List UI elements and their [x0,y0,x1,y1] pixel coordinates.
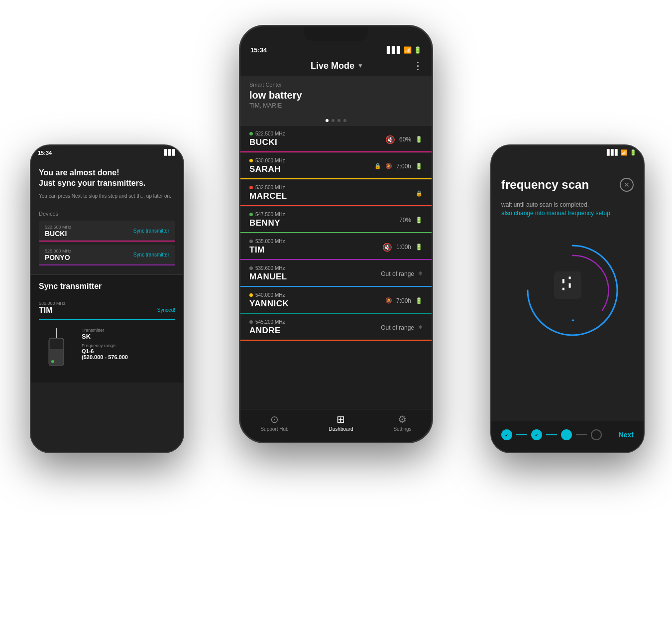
bucki-battery-pct: 60% [399,136,411,143]
benny-meta: 70% 🔋 [399,217,423,224]
nav-dashboard[interactable]: ⊞ Dashboard [329,414,353,432]
dot-1 [326,119,329,122]
manuel-meta: Out of range ✱ [381,270,423,277]
device-row-manuel[interactable]: 539.600 MHz MANUEL Out of range ✱ [240,260,432,287]
devices-section: Devices 522.500 MHz BUCKI Sync transmitt… [31,205,183,274]
setup-title: You are almost done!Just sync your trans… [39,168,175,189]
sync-transmitter-btn-ponyo[interactable]: Sync transmitter [133,252,169,257]
sarah-status-dot [249,159,253,162]
setup-text-section: You are almost done!Just sync your trans… [31,158,183,205]
right-signal-icon: ▋▋▋ [607,149,619,156]
device-sync-row-ponyo[interactable]: 525.000 MHz PONYO Sync transmitter [39,245,175,265]
sarah-meta: 🔒 🔕 7:00h 🔋 [374,163,423,170]
yannick-status-dot [249,293,253,297]
setup-subtitle: You can press Next to skip this step and… [39,193,175,200]
left-status-bar: 15:34 ▋▋▋ [31,145,183,158]
devices-label: Devices [39,211,175,217]
right-wifi-icon: 📶 [621,149,628,156]
tim-freq: 535.000 MHz [39,301,175,306]
live-mode-label: Live Mode [311,61,354,71]
device-info: 525.000 MHz PONYO [45,249,72,261]
benny-battery-icon: 🔋 [415,217,423,224]
scan-circle [518,236,617,335]
device-row-yannick[interactable]: 540.000 MHz YANNICK 🔕 7:00h 🔋 [240,287,432,314]
support-hub-icon: ⊙ [270,414,279,424]
notch [304,26,368,41]
step-line-1 [516,434,527,435]
transmitter-detail: Transmitter SK Frequency range: Q1-6 (52… [39,326,175,376]
device-row-bucki[interactable]: 522.500 MHz BUCKI 🔇 60% 🔋 [240,126,432,153]
next-button[interactable]: Next [619,431,634,439]
freq-scan-link[interactable]: also change into manual frequency setup. [501,210,612,217]
benny-name: BENNY [249,218,423,228]
left-time: 15:34 [38,150,52,156]
step-1: ✓ [501,429,512,440]
sarah-time: 7:00h [396,163,411,170]
out-of-range-label: Out of range [381,270,414,277]
transmitter-label: Transmitter [82,328,128,333]
svg-rect-2 [50,339,63,349]
more-options-icon[interactable]: ⋮ [413,60,423,72]
bucki-freq: 522.500 MHz [45,225,72,230]
device-sync-row-bucki[interactable]: 522.500 MHz BUCKI Sync transmitter [39,221,175,242]
center-time: 15:34 [250,46,267,54]
device-list: 522.500 MHz BUCKI 🔇 60% 🔋 530.000 MHz [240,126,432,341]
svg-rect-4 [554,271,581,299]
device-row-andre[interactable]: 545.200 MHz ANDRE Out of range ✱ [240,314,432,341]
yannick-meta: 🔕 7:00h 🔋 [385,297,423,304]
device-row-tim[interactable]: 535.000 MHz TIM 🔇 1:00h 🔋 [240,234,432,260]
bluetooth-icon-andre: ✱ [418,324,423,331]
right-phone: ▋▋▋ 📶 🔋 frequency scan ✕ wait until auto… [490,144,645,453]
step-line-3 [576,434,587,435]
bluetooth-icon: ✱ [418,270,423,277]
device-row-sarah[interactable]: 530.000 MHz SARAH 🔒 🔕 7:00h 🔋 [240,153,432,180]
andre-meta: Out of range ✱ [381,324,423,331]
step-3 [561,429,572,440]
freq-range-value: Q1-6 [82,348,128,354]
sync-transmitter-section: Sync transmitter 535.000 MHz TIM Synced! [31,274,183,382]
dot-4 [343,119,346,122]
device-row-benny[interactable]: 547.500 MHz BENNY 70% 🔋 [240,207,432,234]
battery-icon-center: 🔋 [414,46,422,54]
wifi-icon: 📶 [404,46,412,54]
marcel-freq: 532.500 MHz [249,185,423,190]
sarah-battery-icon: 🔋 [415,163,423,170]
marcel-status-dot [249,186,253,189]
close-button[interactable]: ✕ [620,178,634,192]
benny-battery-pct: 70% [399,217,411,224]
app-header: Live Mode ▼ ⋮ [240,56,432,76]
andre-status-dot [249,320,253,324]
tim-status-dot [249,240,253,243]
nav-support-hub-label: Support Hub [260,426,288,432]
device-row-marcel[interactable]: 532.500 MHz MARCEL 🔒 [240,180,432,207]
nav-settings-label: Settings [393,426,411,432]
step-line-2 [546,434,557,435]
tim-battery-icon: 🔋 [415,244,423,251]
signal-icon: ▋▋▋ [164,149,176,156]
dot-2 [332,119,335,122]
marcel-meta: 🔒 [416,190,423,196]
device-info: 522.500 MHz BUCKI [45,225,72,238]
sync-transmitter-btn-bucki[interactable]: Sync transmitter [133,228,169,234]
sennheiser-logo [553,270,582,300]
close-icon: ✕ [624,181,630,189]
smart-center-label: Smart Center [249,82,423,88]
mute-icon: 🔇 [385,134,395,144]
mute-icon-tim: 🔇 [382,242,392,252]
tim-name: TIM [39,306,53,315]
nav-dashboard-label: Dashboard [329,426,353,432]
freq-range-values: (520.000 - 576.000 [82,354,128,360]
right-status-icons: ▋▋▋ 📶 🔋 [607,149,637,156]
center-status-icons: ▋▋▋ 📶 🔋 [387,46,422,54]
svg-point-3 [51,360,54,363]
sync-transmitter-title: Sync transmitter [39,282,175,291]
yannick-battery-icon: 🔋 [415,297,423,304]
tim-time: 1:00h [396,244,411,251]
nav-support-hub[interactable]: ⊙ Support Hub [260,414,288,432]
freq-scan-title: frequency scan [501,178,589,192]
dropdown-arrow-icon[interactable]: ▼ [357,62,363,69]
right-status-bar: ▋▋▋ 📶 🔋 [491,145,644,158]
smart-center-title: low battery [249,90,423,101]
carousel-dots [240,115,432,126]
nav-settings[interactable]: ⚙ Settings [393,414,411,432]
